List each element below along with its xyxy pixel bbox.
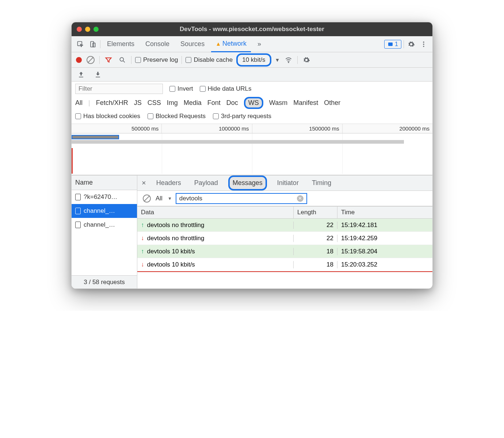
svg-rect-10 [96,76,100,77]
inspect-element-icon[interactable] [75,39,85,49]
throttle-dropdown-icon[interactable]: ▼ [275,57,280,63]
type-filter-font[interactable]: Font [207,99,221,107]
close-window-button[interactable] [77,27,82,32]
type-filter-all[interactable]: All [75,99,83,107]
record-button[interactable] [76,57,82,63]
timeline-selection[interactable] [72,135,119,139]
type-filter-other[interactable]: Other [324,99,340,107]
type-filter-manifest[interactable]: Manifest [293,99,318,107]
svg-rect-1 [91,41,93,47]
detail-tab-initiator[interactable]: Initiator [274,177,302,189]
filter-toggle-icon[interactable] [103,55,114,65]
request-row[interactable]: channel_… [72,218,137,232]
message-data: devtools no throttling [147,222,205,229]
detail-tabs: × Headers Payload Messages Initiator Tim… [137,175,432,191]
message-data: devtools 10 kbit/s [147,261,195,268]
type-filter-doc[interactable]: Doc [226,99,238,107]
network-conditions-icon[interactable] [283,55,294,65]
message-row[interactable]: ↓devtools no throttling2215:19:42.259 [137,232,432,245]
clear-search-icon[interactable]: ✕ [297,195,303,202]
message-search-input[interactable]: devtools ✕ [176,193,307,204]
name-column-header[interactable]: Name [72,175,137,190]
type-filter-ws[interactable]: WS [244,97,263,109]
invert-checkbox[interactable]: Invert [169,85,193,92]
type-filter-css[interactable]: CSS [148,99,161,107]
message-time: 15:19:42.181 [337,222,432,229]
minimize-window-button[interactable] [85,27,90,32]
message-length: 18 [294,261,337,268]
type-filter-fetch[interactable]: Fetch/XHR [96,99,128,107]
hide-data-urls-checkbox[interactable]: Hide data URLs [200,85,252,92]
tab-console[interactable]: Console [141,37,174,51]
search-icon[interactable] [117,55,127,65]
message-length: 18 [294,248,337,255]
sent-arrow-icon: ↑ [141,222,144,229]
blocked-requests-checkbox[interactable]: Blocked Requests [148,113,206,120]
message-row[interactable]: ↑devtools no throttling2215:19:42.181 [137,219,432,232]
network-toolbar: Preserve log Disable cache 10 kbit/s ▼ [72,52,432,68]
close-detail-icon[interactable]: × [142,179,146,187]
type-filter-wasm[interactable]: Wasm [269,99,287,107]
blocked-cookies-checkbox[interactable]: Has blocked cookies [75,113,140,120]
request-row[interactable]: ?k=62470… [72,190,137,204]
tabs-overflow-button[interactable]: » [253,37,266,51]
chevron-down-icon: ▼ [168,196,172,201]
svg-point-4 [423,41,424,42]
request-detail: × Headers Payload Messages Initiator Tim… [137,175,432,288]
svg-point-7 [120,57,123,61]
zoom-window-button[interactable] [93,27,99,32]
upload-har-icon[interactable] [76,69,86,80]
requests-split: Name ?k=62470… channel_… channel_… 3 / 5… [72,175,432,288]
type-filter-media[interactable]: Media [184,99,202,107]
detail-tab-timing[interactable]: Timing [309,177,334,189]
request-icon [75,222,81,228]
timeline-ruler: 500000 ms 1000000 ms 1500000 ms 2000000 … [72,124,432,133]
network-settings-icon[interactable] [301,55,312,65]
download-har-icon[interactable] [93,69,103,80]
message-row[interactable]: ↑devtools 10 kbit/s1815:19:58.204 [137,245,432,258]
received-arrow-icon: ↓ [141,261,144,268]
detail-tab-messages[interactable]: Messages [228,175,267,190]
timeline[interactable]: 500000 ms 1000000 ms 1500000 ms 2000000 … [72,124,432,175]
messages-header: Data Length Time [137,206,432,219]
warning-icon: ▲ [215,41,221,47]
titlebar: DevTools - www.piesocket.com/websocket-t… [72,22,432,36]
clear-messages-icon[interactable] [142,193,152,204]
device-toggle-icon[interactable] [88,39,98,49]
message-type-select[interactable]: All ▼ [156,195,172,202]
tab-sources[interactable]: Sources [176,37,209,51]
filter-bar: Invert Hide data URLs All | Fetch/XHR JS… [72,82,432,124]
third-party-checkbox[interactable]: 3rd-party requests [213,113,271,120]
svg-point-6 [423,46,424,47]
import-export-toolbar [72,68,432,82]
detail-tab-headers[interactable]: Headers [153,177,184,189]
message-data: devtools 10 kbit/s [147,248,195,255]
svg-rect-3 [388,42,393,46]
window-title: DevTools - www.piesocket.com/websocket-t… [72,26,432,33]
clear-icon[interactable] [85,55,96,65]
message-time: 15:20:03.252 [337,261,432,268]
tab-network[interactable]: ▲Network [211,37,251,52]
timeline-overview[interactable] [72,133,432,174]
preserve-log-checkbox[interactable]: Preserve log [135,56,178,64]
tab-elements[interactable]: Elements [103,37,139,51]
svg-point-5 [423,44,424,45]
type-filter-img[interactable]: Img [167,99,178,107]
type-filter-js[interactable]: JS [134,99,142,107]
requests-summary: 3 / 58 requests [72,275,137,288]
detail-tab-payload[interactable]: Payload [191,177,221,189]
more-icon[interactable] [419,39,429,49]
disable-cache-checkbox[interactable]: Disable cache [186,56,233,64]
svg-rect-9 [79,76,83,77]
svg-rect-0 [78,41,82,46]
throttle-select[interactable]: 10 kbit/s [236,53,271,67]
message-row[interactable]: ↓devtools 10 kbit/s1815:20:03.252 [137,258,432,271]
messages-table: Data Length Time ↑devtools no throttling… [137,206,432,288]
received-arrow-icon: ↓ [141,235,144,242]
settings-icon[interactable] [406,39,416,49]
filter-input[interactable] [75,84,163,94]
main-tabs: Elements Console Sources ▲Network » 1 [72,36,432,52]
request-row[interactable]: channel_… [72,204,137,218]
message-time: 15:19:58.204 [337,248,432,255]
issues-badge[interactable]: 1 [384,40,401,49]
